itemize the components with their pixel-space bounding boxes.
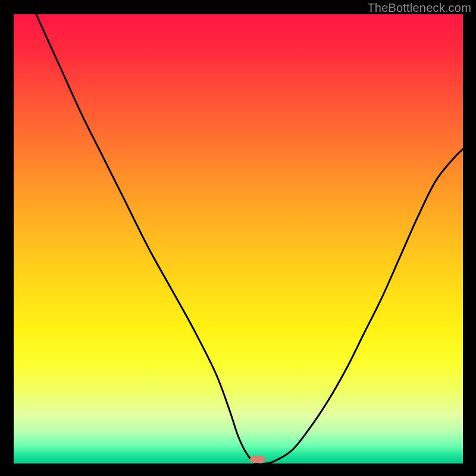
minimum-marker — [250, 456, 265, 463]
bottleneck-curve — [14, 14, 463, 464]
watermark-text: TheBottleneck.com — [367, 1, 471, 15]
chart-frame: TheBottleneck.com — [0, 0, 476, 476]
plot-area — [14, 14, 463, 464]
